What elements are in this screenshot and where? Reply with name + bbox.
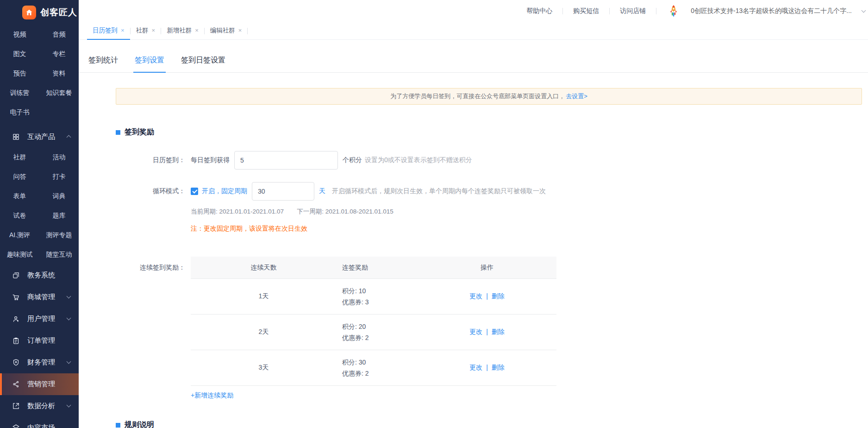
sidebar-item-mall-management[interactable]: 商城管理 [0, 286, 79, 308]
sidebar-item-ebook[interactable]: 电子书 [0, 108, 39, 117]
tab-signin-settings[interactable]: 签到设置 [133, 56, 166, 73]
sidebar-item-user-management[interactable]: 用户管理 [0, 308, 79, 330]
sidebar-item-community[interactable]: 社群 [0, 153, 39, 162]
sidebar-item-knowledge-pack[interactable]: 知识套餐 [39, 89, 79, 97]
sidebar-item-qa[interactable]: 问答 [0, 173, 39, 181]
daily-signin-row: 日历签到： 每日签到获得 个积分 设置为0或不设置表示签到不赠送积分 [116, 151, 868, 170]
main-area: 帮助中心 购买短信 访问店铺 0创匠技术支持-13名字超级长的哦这边会有二十几个… [79, 0, 868, 428]
cycle-hint: 开启循环模式后，规则次日生效，单个周期内每个连签奖励只可被领取一次 [332, 187, 546, 195]
cycle-checkbox-label[interactable]: 开启，固定周期 [202, 187, 247, 195]
delete-link[interactable]: 删除 [492, 364, 505, 371]
sidebar-item-preview[interactable]: 预告 [0, 69, 39, 78]
close-icon[interactable]: × [121, 27, 125, 33]
days-cell: 1天 [191, 292, 337, 301]
account-name[interactable]: 0创匠技术支持-13名字超级长的哦这边会有二十几个字... [691, 7, 852, 15]
sidebar-item-dictionary[interactable]: 词典 [39, 192, 79, 201]
sidebar-item-content-market[interactable]: 内容市场 [0, 417, 79, 428]
grid-icon [12, 133, 20, 141]
close-icon[interactable]: × [195, 27, 199, 33]
chevron-down-icon [67, 294, 71, 299]
tab-calendar-signin[interactable]: 日历签到 × [87, 22, 130, 40]
sidebar-item-audio[interactable]: 音频 [39, 31, 79, 39]
delete-link[interactable]: 删除 [492, 292, 505, 300]
layers-icon [12, 424, 20, 428]
tab-new-community[interactable]: 新增社群 × [161, 22, 204, 40]
sidebar-item-camp[interactable]: 训练营 [0, 89, 39, 97]
sidebar-item-video[interactable]: 视频 [0, 31, 39, 39]
col-reward: 连签奖励 [337, 264, 418, 272]
chevron-down-icon[interactable] [862, 8, 866, 13]
section-title: 签到奖励 [125, 127, 154, 137]
sidebar-item-question-bank[interactable]: 题库 [39, 212, 79, 220]
sidebar-item-form[interactable]: 表单 [0, 192, 39, 201]
sidebar-item-assessment-topic[interactable]: 测评专题 [39, 231, 79, 239]
sidebar-item-data-analysis[interactable]: 数据分析 [0, 395, 79, 417]
sidebar-item-fun-test[interactable]: 趣味测试 [0, 251, 39, 259]
chevron-up-icon [67, 135, 71, 140]
reward-cell: 积分: 20 优惠券: 2 [337, 321, 418, 343]
sidebar-item-exam[interactable]: 试卷 [0, 212, 39, 220]
visit-shop-link[interactable]: 访问店铺 [620, 7, 646, 15]
continuous-rewards-row: 连续签到奖励： 连续天数 连签奖励 操作 1天 积分: 10 优惠券: 3 更改… [116, 257, 868, 386]
cycle-mode-row: 循环模式： 开启，固定周期 天 开启循环模式后，规则次日生效，单个周期内每个连签… [116, 182, 868, 201]
divider [609, 8, 610, 14]
table-row: 2天 积分: 20 优惠券: 2 更改|删除 [191, 315, 556, 350]
cycle-checkbox[interactable] [191, 188, 198, 195]
add-continuous-reward-link[interactable]: +新增连续奖励 [191, 391, 233, 400]
close-icon[interactable]: × [238, 27, 242, 33]
daily-suffix: 个积分 [343, 156, 362, 164]
section-header-rewards: 签到奖励 [116, 127, 868, 137]
notice-text: 为了方便学员每日签到，可直接在公众号底部菜单页面设置入口， [390, 92, 565, 101]
buy-sms-link[interactable]: 购买短信 [573, 7, 599, 15]
blue-square-bullet [116, 423, 120, 428]
cycle-mode-label: 循环模式： [116, 187, 185, 195]
cycle-note: 注：更改固定周期，该设置将在次日生效 [191, 225, 868, 233]
divider [656, 8, 656, 14]
sidebar-item-finance-management[interactable]: 财务管理 [0, 352, 79, 373]
sidebar-item-column[interactable]: 专栏 [39, 50, 79, 58]
sidebar-section-interactive-products[interactable]: 互动产品 [0, 126, 79, 148]
help-center-link[interactable]: 帮助中心 [526, 7, 552, 15]
divider [562, 8, 563, 14]
share-icon [12, 380, 20, 388]
cycle-days-input[interactable] [252, 182, 314, 201]
daily-points-input[interactable] [234, 151, 338, 170]
sidebar-item-material[interactable]: 资料 [39, 69, 79, 78]
cycle-periods: 当前周期: 2021.01.01-2021.01.07 下一周期: 2021.0… [191, 208, 868, 216]
col-actions: 操作 [418, 264, 556, 272]
tab-daily-sign-settings[interactable]: 签到日签设置 [180, 56, 227, 73]
table-row: 3天 积分: 30 优惠券: 2 更改|删除 [191, 350, 556, 386]
rocket-avatar[interactable] [667, 4, 681, 18]
reward-cell: 积分: 10 优惠券: 3 [337, 285, 418, 308]
section-header-rules: 规则说明 [116, 420, 868, 428]
chevron-down-icon [67, 316, 71, 321]
section-title: 规则说明 [125, 420, 154, 428]
actions-cell: 更改|删除 [418, 292, 556, 301]
tab-edit-community[interactable]: 编辑社群 × [205, 22, 248, 40]
trend-icon [12, 402, 20, 410]
sidebar-item-edu-system[interactable]: 教务系统 [0, 264, 79, 286]
sidebar-item-order-management[interactable]: 订单管理 [0, 330, 79, 352]
col-days: 连续天数 [191, 264, 337, 272]
tab-signin-stats[interactable]: 签到统计 [87, 56, 119, 73]
edit-link[interactable]: 更改 [469, 292, 482, 300]
edit-link[interactable]: 更改 [469, 328, 482, 335]
shield-icon [12, 359, 20, 366]
divider [247, 28, 248, 34]
app-title: 创客匠人 [40, 6, 77, 19]
sidebar-item-class-interaction[interactable]: 随堂互动 [39, 251, 79, 259]
delete-link[interactable]: 删除 [492, 328, 505, 335]
copy-icon [12, 271, 20, 279]
sidebar-item-ai-assessment[interactable]: AI.测评 [0, 231, 39, 239]
sidebar-item-marketing-management[interactable]: 营销管理 [0, 373, 79, 395]
table-row: 1天 积分: 10 优惠券: 3 更改|删除 [191, 279, 556, 315]
close-icon[interactable]: × [152, 27, 156, 33]
go-setup-link[interactable]: 去设置> [566, 92, 587, 101]
sidebar-item-checkin[interactable]: 打卡 [39, 173, 79, 181]
current-period: 当前周期: 2021.01.01-2021.01.07 [191, 208, 284, 216]
tab-community[interactable]: 社群 × [131, 22, 161, 40]
edit-link[interactable]: 更改 [469, 364, 482, 371]
sidebar-item-activity[interactable]: 活动 [39, 153, 79, 162]
daily-hint: 设置为0或不设置表示签到不赠送积分 [365, 156, 472, 164]
sidebar-item-article[interactable]: 图文 [0, 50, 39, 58]
